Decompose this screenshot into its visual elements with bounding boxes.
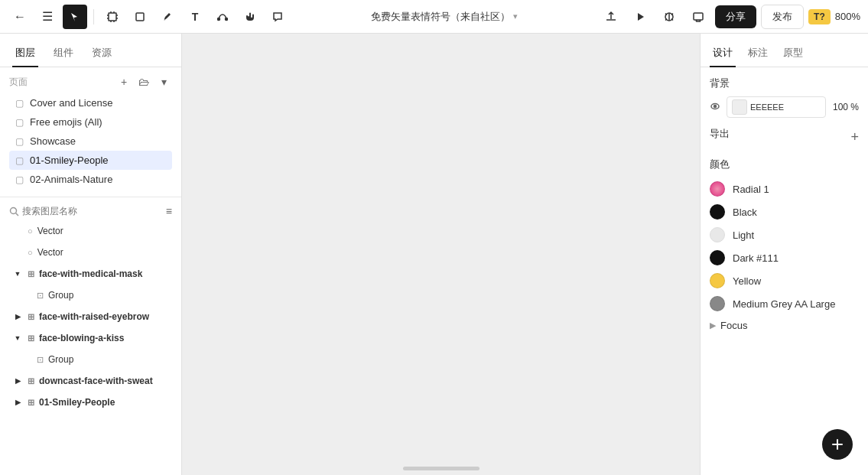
page-item-smiley[interactable]: ▢ 01-Smiley-People [9,151,172,170]
layer-name: Group [48,354,172,365]
tab-layers[interactable]: 图层 [12,40,38,67]
layer-item[interactable]: ○ Vector [0,220,181,242]
layer-item[interactable]: ⊡ Group [0,285,181,306]
pages-actions: + 🗁 ▾ [115,73,172,90]
svg-line-15 [16,213,19,216]
bg-color-control[interactable]: EEEEEE [727,96,826,118]
document-title[interactable]: 免费矢量表情符号（来自社区） ▾ [293,10,596,24]
color-dot [710,250,725,265]
page-item-free-emojis[interactable]: ▢ Free emojis (All) [9,112,172,132]
toolbar: ← ☰ T 免费矢量表情符号（来自社区） [0,0,868,34]
color-dot [710,181,725,197]
screen-button[interactable] [686,5,710,29]
share-button[interactable]: 分享 [715,5,756,28]
main-area: 图层 组件 资源 页面 + 🗁 ▾ ▢ Cover and License [0,34,868,475]
tab-mark[interactable]: 标注 [745,40,771,67]
horizontal-scrollbar[interactable] [403,467,480,470]
svg-point-11 [226,18,228,20]
comment-tool-button[interactable] [265,5,290,29]
tab-components[interactable]: 组件 [50,40,76,67]
zoom-badge: T? [808,9,831,24]
bg-color-swatch[interactable] [732,99,747,115]
color-name: Dark #111 [733,252,779,264]
layer-item[interactable]: ○ Vector [0,242,181,263]
export-section: 导出 + [710,127,859,147]
page-icon: ▢ [15,174,24,185]
expand-icon [12,226,23,236]
zoom-level: 800% [835,11,860,22]
layer-type-icon: ⊞ [28,376,34,386]
play-button[interactable] [628,5,652,29]
color-item-yellow[interactable]: Yellow [710,269,859,292]
menu-button[interactable]: ☰ [35,5,60,29]
bg-opacity: 100 % [832,102,859,112]
layer-item[interactable]: ▼ ⊞ face-with-medical-mask [0,263,181,285]
layer-type-icon: ⊡ [37,291,44,301]
tab-design[interactable]: 设计 [710,40,736,67]
color-dot [710,296,725,311]
text-tool-button[interactable]: T [183,5,207,29]
right-content: 背景 EEEEEE 100 % 导出 [701,67,868,429]
page-item-cover[interactable]: ▢ Cover and License [9,93,172,112]
color-dot [710,227,725,242]
color-name: Medium Grey AA Large [733,298,835,310]
filter-icon[interactable]: ≡ [166,205,172,217]
add-page-button[interactable]: + [115,73,132,90]
mirror-button[interactable] [657,5,681,29]
color-item-dark111[interactable]: Dark #111 [710,246,859,269]
hand-tool-button[interactable] [238,5,262,29]
page-item-showcase[interactable]: ▢ Showcase [9,132,172,151]
tab-prototype[interactable]: 原型 [780,40,806,67]
pen-tool-button[interactable] [155,5,180,29]
expand-icon [12,247,23,258]
page-icon: ▢ [15,98,24,109]
color-dot [710,204,725,220]
expand-pages-button[interactable]: ▾ [155,73,172,90]
upload-button[interactable] [599,5,623,29]
path-tool-button[interactable] [210,5,235,29]
color-item-medium-grey[interactable]: Medium Grey AA Large [710,292,859,315]
focus-label: Focus [720,320,747,331]
frame-tool-button[interactable] [100,5,125,29]
bg-section-label: 背景 [710,76,859,90]
add-export-button[interactable]: + [850,129,859,145]
color-item-radial1[interactable]: Radial 1 [710,177,859,200]
layer-name: Vector [37,247,172,258]
page-item-animals[interactable]: ▢ 02-Animals-Nature [9,170,172,189]
layer-item[interactable]: ⊡ Group [0,349,181,370]
layer-type-icon: ⊞ [28,312,34,322]
float-button[interactable] [822,429,853,460]
layer-item[interactable]: ▶ ⊞ downcast-face-with-sweat [0,370,181,392]
left-sidebar: 图层 组件 资源 页面 + 🗁 ▾ ▢ Cover and License [0,34,182,475]
bg-color-value: EEEEEE [750,102,821,112]
pages-header: 页面 + 🗁 ▾ [9,73,172,90]
canvas-area[interactable] [182,34,700,475]
layer-item[interactable]: ▶ ⊞ face-with-raised-eyebrow [0,306,181,327]
expand-icon: ▶ [12,376,23,386]
folder-page-button[interactable]: 🗁 [135,73,152,90]
color-item-light[interactable]: Light [710,223,859,246]
layer-type-icon: ⊞ [28,333,34,343]
pages-label: 页面 [9,76,28,89]
search-input[interactable] [22,206,163,216]
layer-name: face-blowing-a-kiss [39,333,172,343]
page-icon: ▢ [15,155,24,166]
layer-item[interactable]: ▼ ⊞ face-blowing-a-kiss [0,327,181,349]
layer-type-icon: ○ [28,226,33,236]
right-sidebar: 设计 标注 原型 背景 EEEEEE 100 [700,34,868,475]
focus-arrow-icon: ▶ [710,320,716,330]
color-name: Light [733,229,754,241]
shape-tool-button[interactable] [128,5,152,29]
focus-row[interactable]: ▶ Focus [710,315,859,336]
publish-button[interactable]: 发布 [761,5,804,29]
page-list: ▢ Cover and License ▢ Free emojis (All) … [9,93,172,189]
colors-section-label: 颜色 [710,158,859,171]
visibility-icon[interactable] [710,101,720,114]
select-tool-button[interactable] [63,5,87,29]
tab-assets[interactable]: 资源 [89,40,115,67]
color-item-black[interactable]: Black [710,200,859,223]
back-button[interactable]: ← [8,5,32,29]
layer-item[interactable]: ▶ ⊞ 01-Smiley-People [0,392,181,413]
svg-rect-9 [136,13,144,21]
pages-section: 页面 + 🗁 ▾ ▢ Cover and License ▢ Free emoj… [0,67,181,192]
